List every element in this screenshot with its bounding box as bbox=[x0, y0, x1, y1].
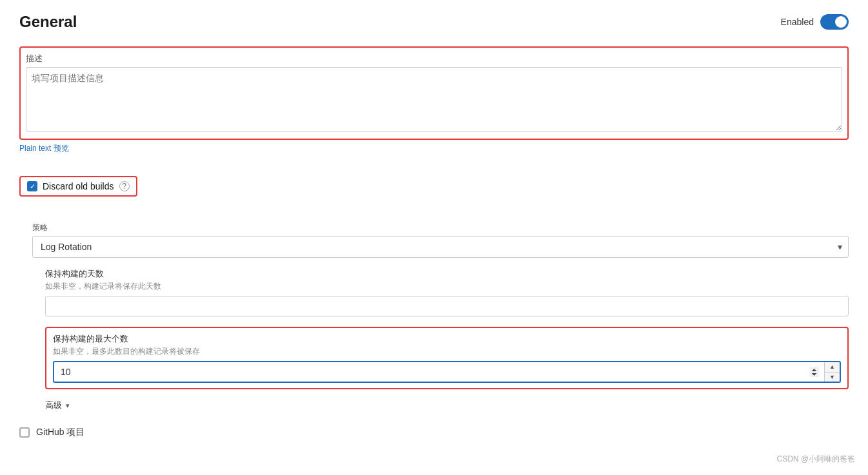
advanced-section: 高级 ▾ bbox=[45, 400, 849, 411]
page-title: General bbox=[19, 13, 77, 31]
spinner-up-button[interactable]: ▲ bbox=[825, 362, 840, 373]
page-header: General Enabled bbox=[19, 13, 849, 31]
max-builds-subtitle: 如果非空，最多此数目的构建记录将被保存 bbox=[53, 346, 841, 357]
max-builds-section: 保持构建的最大个数 如果非空，最多此数目的构建记录将被保存 ▲ ▼ bbox=[45, 327, 849, 389]
max-builds-input[interactable] bbox=[53, 361, 841, 383]
build-days-section: 保持构建的天数 如果非空，构建记录将保存此天数 bbox=[45, 268, 849, 316]
spinner-down-button[interactable]: ▼ bbox=[825, 373, 840, 382]
advanced-label: 高级 bbox=[45, 400, 62, 411]
plain-text-link[interactable]: Plain text 预览 bbox=[19, 143, 69, 154]
enabled-label: Enabled bbox=[781, 17, 814, 27]
max-builds-title: 保持构建的最大个数 bbox=[53, 333, 841, 345]
max-builds-input-wrapper: ▲ ▼ bbox=[53, 361, 841, 383]
build-days-input[interactable] bbox=[45, 296, 849, 316]
toggle-track[interactable] bbox=[820, 14, 849, 30]
toggle-thumb bbox=[835, 16, 847, 28]
advanced-toggle[interactable]: 高级 ▾ bbox=[45, 400, 849, 411]
strategy-label: 策略 bbox=[32, 222, 849, 233]
discard-builds-checkbox[interactable]: ✓ bbox=[27, 181, 37, 191]
description-textarea[interactable] bbox=[26, 67, 842, 131]
description-section: 描述 Plain text 预览 bbox=[19, 46, 849, 164]
description-label: 描述 bbox=[26, 53, 842, 64]
chevron-down-icon: ▾ bbox=[66, 402, 70, 410]
github-label: GitHub 项目 bbox=[36, 427, 84, 438]
strategy-select-wrapper: Log Rotation bbox=[32, 236, 849, 258]
checkmark-icon: ✓ bbox=[30, 183, 35, 190]
discard-builds-section: ✓ Discard old builds ? bbox=[19, 176, 849, 209]
github-section: GitHub 项目 bbox=[19, 427, 849, 438]
strategy-select[interactable]: Log Rotation bbox=[32, 236, 849, 258]
enabled-toggle[interactable] bbox=[820, 14, 849, 30]
github-checkbox[interactable] bbox=[19, 427, 30, 438]
discard-builds-box: ✓ Discard old builds ? bbox=[19, 176, 137, 197]
spinner-buttons: ▲ ▼ bbox=[824, 362, 840, 382]
enabled-section: Enabled bbox=[781, 14, 849, 30]
build-days-subtitle: 如果非空，构建记录将保存此天数 bbox=[45, 281, 849, 292]
build-days-title: 保持构建的天数 bbox=[45, 268, 849, 280]
description-outlined-box: 描述 bbox=[19, 46, 849, 140]
discard-builds-help-icon[interactable]: ? bbox=[119, 181, 130, 191]
discard-builds-label: Discard old builds bbox=[43, 181, 114, 191]
strategy-section: 策略 Log Rotation bbox=[32, 222, 849, 258]
